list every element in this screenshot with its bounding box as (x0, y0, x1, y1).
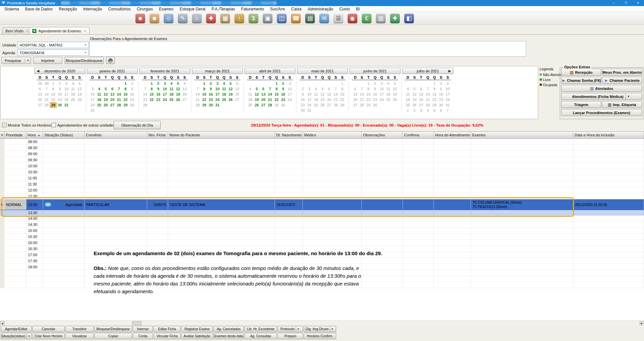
day-cell[interactable]: 18 (70, 92, 76, 97)
chevron-down-icon[interactable]: ▼ (296, 326, 300, 332)
time-slot-row[interactable]: 11:30 (0, 181, 644, 187)
column-header-m-dico[interactable]: Médico (303, 132, 362, 138)
day-cell[interactable]: 25 (313, 102, 319, 108)
day-cell[interactable]: 13 (326, 92, 332, 97)
day-cell[interactable]: 3 (286, 81, 293, 86)
day-cell[interactable]: 22 (149, 97, 155, 102)
day-cell[interactable]: 14 (267, 92, 273, 97)
day-cell[interactable]: 30 (372, 102, 379, 108)
day-cell[interactable]: 3 (63, 81, 70, 86)
day-cell[interactable]: 25 (247, 102, 254, 108)
month-header[interactable]: janeiro de 2021 (87, 68, 138, 74)
day-cell[interactable]: 20 (418, 97, 424, 102)
bloquear-desbloquear-button[interactable]: Bloquear/Desbloquear (65, 57, 104, 64)
day-cell[interactable]: 4 (168, 81, 175, 86)
chamar-paciente-button[interactable]: ►Chamar Paciente (602, 77, 642, 84)
pesquisar-button[interactable]: Pesquisar ▼ (1, 57, 31, 64)
day-cell[interactable]: 5 (254, 86, 260, 92)
day-cell[interactable]: 26 (391, 97, 398, 102)
visualizar-button[interactable]: Visualizar (65, 333, 94, 339)
day-cell[interactable]: 5 (411, 86, 418, 92)
cancelar-button[interactable]: Cancelar (32, 326, 65, 332)
day-cell[interactable]: 18 (168, 92, 175, 97)
day-cell[interactable]: 27 (326, 102, 332, 108)
day-cell[interactable]: 6 (326, 86, 332, 92)
day-cell[interactable]: 17 (63, 92, 70, 97)
day-cell[interactable]: 15 (339, 92, 346, 97)
day-cell[interactable]: 24 (162, 97, 168, 102)
day-cell[interactable]: 12 (76, 86, 83, 92)
day-cell[interactable]: 23 (155, 97, 162, 102)
day-cell[interactable]: 24 (89, 102, 96, 108)
health-chart-icon[interactable]: ✚ (390, 13, 400, 23)
conta-button[interactable]: Conta (133, 333, 153, 339)
day-cell[interactable]: 22 (431, 97, 438, 102)
tab-agendamento-de-exames[interactable]: ✚ Agendamento de Exames ✕ (29, 27, 90, 34)
day-cell[interactable]: 20 (37, 97, 43, 102)
day-cell[interactable]: 20 (234, 92, 240, 97)
phonebook-icon[interactable]: ☎ (291, 13, 301, 23)
day-cell[interactable]: 12 (254, 92, 260, 97)
exames-desta-data-button[interactable]: Exames desta data (214, 333, 244, 339)
day-cell[interactable]: 17 (89, 97, 96, 102)
day-cell[interactable]: 13 (418, 92, 424, 97)
day-cell[interactable]: 13 (352, 92, 359, 97)
day-cell[interactable]: 5 (319, 86, 326, 92)
chat-icon[interactable]: ✉ (319, 13, 329, 23)
day-cell[interactable]: 8 (365, 86, 372, 92)
column-header-confirma[interactable]: Confirma (403, 132, 434, 138)
statistics-button[interactable] (106, 57, 115, 64)
menu-item-9[interactable]: Faturamento (238, 6, 267, 12)
day-cell[interactable]: 15 (273, 92, 280, 97)
day-cell[interactable]: 1 (365, 81, 372, 86)
day-cell[interactable]: 13 (260, 92, 267, 97)
day-cell[interactable]: 28 (424, 102, 431, 108)
day-cell[interactable]: 2 (57, 81, 63, 86)
day-cell[interactable]: 23 (57, 97, 63, 102)
day-cell[interactable]: 21 (142, 97, 149, 102)
day-cell[interactable]: 3 (444, 81, 451, 86)
unidade-select[interactable]: HOSPITAL SQL - MATRIZ ▼ (18, 42, 89, 48)
day-cell[interactable]: 10 (378, 86, 385, 92)
menu-item-3[interactable]: Internação (80, 6, 105, 12)
day-cell[interactable]: 3 (306, 86, 313, 92)
day-cell[interactable]: 15 (122, 92, 129, 97)
day-cell[interactable]: 9 (372, 86, 379, 92)
day-cell[interactable]: 24 (286, 97, 293, 102)
finance-up-icon[interactable]: ↑ (234, 13, 244, 23)
day-cell[interactable]: 4 (405, 86, 411, 92)
observacoes-textarea[interactable] (89, 41, 526, 57)
day-cell[interactable]: 5 (102, 86, 109, 92)
day-cell[interactable]: 19 (76, 92, 83, 97)
day-cell[interactable]: 22 (122, 97, 129, 102)
column-header-conv-nio[interactable]: Convênio (85, 132, 147, 138)
day-cell[interactable]: 15 (431, 92, 438, 97)
day-cell[interactable]: 7 (332, 86, 339, 92)
column-header-exames[interactable]: Exames (471, 132, 573, 138)
day-cell[interactable]: 10 (306, 92, 313, 97)
ledger-icon[interactable]: ▤ (305, 13, 315, 23)
day-cell[interactable]: 30 (57, 102, 63, 108)
day-cell[interactable]: 31 (214, 102, 221, 108)
day-cell[interactable]: 16 (155, 92, 162, 97)
e-billing-icon[interactable]: € (362, 13, 372, 23)
calendar-prev-icon[interactable]: ◀ (37, 69, 39, 73)
day-cell[interactable]: 5 (76, 81, 83, 86)
day-cell[interactable]: 29 (122, 102, 129, 108)
money-icon[interactable]: $ (249, 13, 258, 23)
day-cell[interactable]: 19 (175, 92, 182, 97)
time-slot-row[interactable]: 15:30 (0, 234, 644, 240)
day-cell[interactable]: 21 (194, 97, 201, 102)
time-slot-row[interactable]: 12:00 (0, 187, 644, 193)
column-header-data-e-hora-da-inclus-o[interactable]: Data e Hora da inclusão (573, 132, 644, 138)
day-cell[interactable]: 6 (260, 86, 267, 92)
day-cell[interactable]: 16 (299, 97, 306, 102)
menu-item-8[interactable]: P.A./Terapias (208, 6, 238, 12)
day-cell[interactable]: 11 (70, 86, 76, 92)
day-cell[interactable]: 11 (405, 92, 411, 97)
day-cell[interactable]: 30 (207, 102, 214, 108)
day-cell[interactable]: 31 (306, 108, 313, 113)
imprimir-button[interactable]: Imprimir (33, 57, 62, 64)
day-cell[interactable]: 12 (175, 86, 182, 92)
menu-item-14[interactable]: BI (353, 6, 363, 12)
